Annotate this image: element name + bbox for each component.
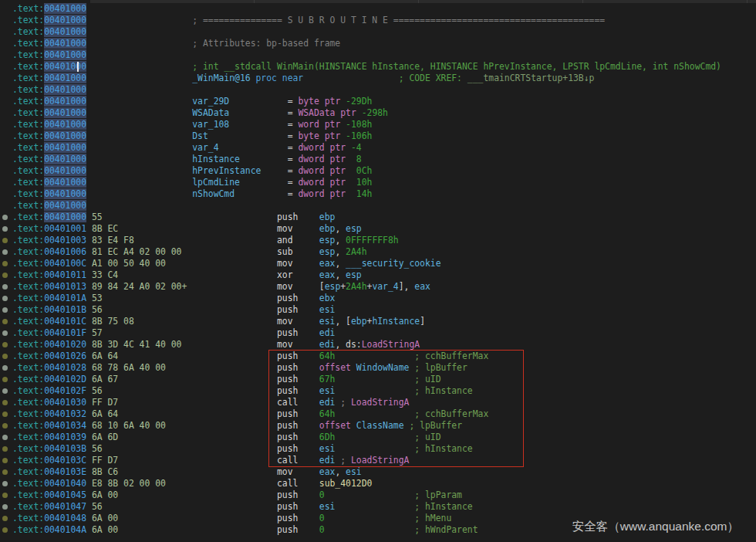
asm-line[interactable]: .text:00401000 ; int __stdcall WinMain(H… xyxy=(0,61,756,73)
asm-line[interactable]: .text:0040103E 8B C6 mov eax, esi xyxy=(0,466,756,478)
punctuation: , xyxy=(335,269,346,280)
code-marker-dot[interactable] xyxy=(2,446,8,452)
asm-line[interactable]: .text:0040102F 56 push esi ; hInstance xyxy=(0,385,756,397)
asm-line[interactable]: .text:00401000 var_4 = dword ptr -4 xyxy=(0,142,756,154)
keyword: dword ptr xyxy=(298,177,346,188)
spacing xyxy=(293,246,319,257)
asm-line[interactable]: .text:0040101A 53 push ebx xyxy=(0,293,756,304)
code-marker-dot[interactable] xyxy=(2,435,8,440)
asm-line[interactable]: .text:00401045 6A 00 push 0 ; lpParam xyxy=(0,489,756,501)
asm-line[interactable]: .text:00401000 WSAData = WSAData ptr -29… xyxy=(0,107,756,119)
code-marker-dot[interactable] xyxy=(2,527,8,533)
code-marker-dot[interactable] xyxy=(2,504,8,510)
register: eax xyxy=(414,281,430,292)
spacing xyxy=(293,281,319,292)
asm-line[interactable]: .text:00401003 83 E4 F8 and esp, 0FFFFFF… xyxy=(0,235,756,246)
asm-line[interactable]: .text:00401011 33 C4 xor eax, esp xyxy=(0,269,756,281)
segment-prefix: .text: xyxy=(12,212,44,222)
asm-line[interactable]: .text:00401000 ; Attributes: bp-based fr… xyxy=(0,38,756,49)
spacing xyxy=(298,432,319,442)
spacing xyxy=(251,73,256,83)
asm-line[interactable]: .text:00401000 nShowCmd = dword ptr 14h xyxy=(0,188,756,200)
asm-line[interactable]: .text:00401000 xyxy=(0,200,756,212)
code-marker-dot[interactable] xyxy=(2,330,8,336)
segment-prefix: .text: xyxy=(12,293,44,303)
asm-line[interactable]: .text:00401000 55 push ebp xyxy=(0,212,756,223)
address: 00401000 xyxy=(44,49,86,60)
code-marker-dot[interactable] xyxy=(2,273,8,278)
asm-line[interactable]: .text:00401047 56 push esi ; hInstance xyxy=(0,501,756,513)
asm-line[interactable]: .text:00401000 var_29D = byte ptr -29Dh xyxy=(0,96,756,107)
code-marker-dot[interactable] xyxy=(2,238,8,243)
asm-line[interactable]: .text:00401028 68 78 6A 40 00 push offse… xyxy=(0,362,756,374)
code-marker-dot[interactable] xyxy=(2,365,8,371)
asm-line[interactable]: .text:0040101B 56 push esi xyxy=(0,304,756,316)
asm-line[interactable]: .text:00401026 6A 64 push 64h ; cchBuffe… xyxy=(0,351,756,362)
asm-line[interactable]: .text:00401000 Dst = byte ptr -106h xyxy=(0,130,756,142)
asm-line[interactable]: .text:00401000 lpCmdLine = dword ptr 10h xyxy=(0,177,756,188)
asm-line[interactable]: .text:00401000 xyxy=(0,3,756,15)
asm-line[interactable]: .text:00401000 xyxy=(0,84,756,96)
opcode-bytes: 56 xyxy=(92,443,103,454)
asm-line[interactable]: .text:00401039 6A 6D push 6Dh ; uID xyxy=(0,432,756,443)
punctuation: = xyxy=(288,107,299,118)
asm-line[interactable]: .text:00401034 68 10 6A 40 00 push offse… xyxy=(0,420,756,432)
asm-line[interactable]: .text:00401030 FF D7 call edi ; LoadStri… xyxy=(0,397,756,408)
code-marker-dot[interactable] xyxy=(2,400,8,405)
code-marker-dot[interactable] xyxy=(2,215,8,220)
asm-line[interactable]: .text:0040101F 57 push edi xyxy=(0,327,756,339)
code-marker-dot[interactable] xyxy=(2,307,8,313)
asm-line[interactable]: .text:00401000 hInstance = dword ptr 8 xyxy=(0,154,756,165)
code-marker-dot[interactable] xyxy=(2,226,8,232)
asm-line[interactable]: .text:00401013 89 84 24 A0 02 00+ mov [e… xyxy=(0,281,756,293)
register: ebp xyxy=(351,316,367,327)
immediate-value: 14h xyxy=(356,188,373,199)
spacing xyxy=(325,513,415,523)
code-marker-dot[interactable] xyxy=(2,493,8,498)
asm-line[interactable]: .text:00401032 6A 64 push 64h ; cchBuffe… xyxy=(0,408,756,420)
code-marker-dot[interactable] xyxy=(2,296,8,301)
asm-line[interactable]: .text:00401040 E8 8B 02 00 00 call sub_4… xyxy=(0,478,756,489)
mnemonic: push xyxy=(277,489,298,500)
punctuation: = xyxy=(288,119,299,130)
asm-line[interactable]: .text:00401020 8B 3D 4C 41 40 00 mov edi… xyxy=(0,339,756,351)
asm-line[interactable]: .text:00401000 xyxy=(0,26,756,38)
code-marker-dot[interactable] xyxy=(2,354,8,359)
code-marker-dot[interactable] xyxy=(2,342,8,347)
opcode-bytes: E8 8B 02 00 00 xyxy=(92,478,166,489)
address: 0040101B xyxy=(44,304,86,315)
segment-prefix: .text: xyxy=(12,142,44,153)
code-marker-dot[interactable] xyxy=(2,388,8,394)
identifier: ___security_cookie xyxy=(346,258,440,269)
asm-line[interactable]: .text:0040102D 6A 67 push 67h ; uID xyxy=(0,374,756,385)
segment-prefix: .text: xyxy=(12,235,44,246)
code-marker-dot[interactable] xyxy=(2,249,8,255)
immediate-value: 0 xyxy=(319,513,325,523)
asm-line[interactable]: .text:0040100C A1 00 50 40 00 mov eax, _… xyxy=(0,258,756,269)
text-cursor xyxy=(77,62,79,72)
asm-line[interactable]: .text:00401000 ; =============== S U B R… xyxy=(0,15,756,26)
mnemonic: push xyxy=(277,432,298,442)
asm-line[interactable]: .text:0040101C 8B 75 08 mov esi, [ebp+hI… xyxy=(0,316,756,327)
asm-line[interactable]: .text:0040103C FF D7 call edi ; LoadStri… xyxy=(0,455,756,466)
code-marker-dot[interactable] xyxy=(2,458,8,463)
code-marker-dot[interactable] xyxy=(2,481,8,486)
asm-line[interactable]: .text:0040103B 56 push esi ; hInstance xyxy=(0,443,756,455)
asm-line[interactable]: .text:00401000 _WinMain@16 proc near ; C… xyxy=(0,73,756,84)
code-marker-dot[interactable] xyxy=(2,423,8,429)
code-marker-dot[interactable] xyxy=(2,377,8,382)
code-marker-dot[interactable] xyxy=(2,261,8,266)
asm-line[interactable]: .text:00401000 xyxy=(0,49,756,61)
code-marker-dot[interactable] xyxy=(2,412,8,417)
code-marker-dot[interactable] xyxy=(2,516,8,521)
code-marker-dot[interactable] xyxy=(2,469,8,475)
asm-line[interactable]: .text:00401000 var_108 = word ptr -108h xyxy=(0,119,756,130)
code-marker-dot[interactable] xyxy=(2,284,8,290)
code-marker-dot[interactable] xyxy=(2,319,8,324)
segment-prefix: .text: xyxy=(12,327,44,338)
asm-line[interactable]: .text:00401000 hPrevInstance = dword ptr… xyxy=(0,165,756,177)
asm-line[interactable]: .text:00401001 8B EC mov ebp, esp xyxy=(0,223,756,235)
spacing xyxy=(293,269,319,280)
asm-line[interactable]: .text:00401006 81 EC A4 02 00 00 sub esp… xyxy=(0,246,756,258)
spacing xyxy=(92,142,192,153)
